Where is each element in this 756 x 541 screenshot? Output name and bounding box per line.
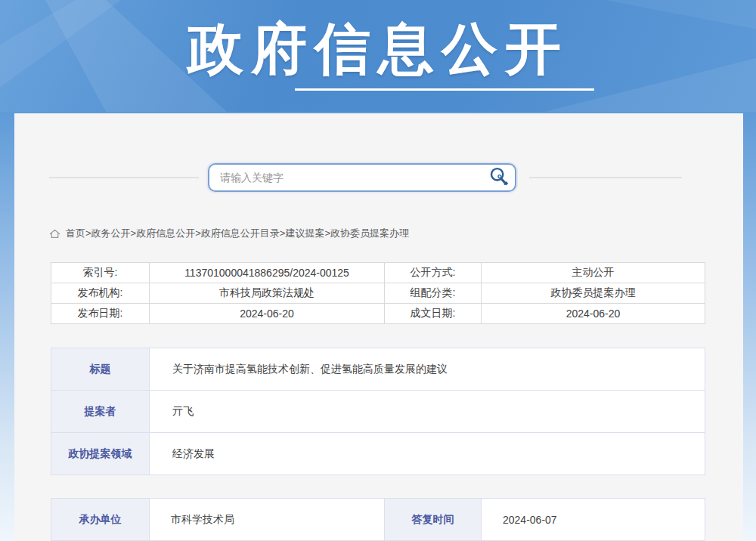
publish-date-label: 发布日期: — [51, 304, 150, 324]
home-icon[interactable] — [49, 228, 60, 240]
breadcrumb-separator: > — [85, 227, 91, 240]
reply-info-table: 承办单位 市科学技术局 答复时间 2024-06-07 — [51, 498, 705, 541]
title-underline — [295, 88, 594, 91]
breadcrumb-item-info-disclosure[interactable]: 政府信息公开 — [136, 227, 195, 240]
document-meta-table: 索引号: 113701000041886295/2024-00125 公开方式:… — [51, 262, 705, 324]
page-title: 政府信息公开 — [0, 12, 756, 88]
breadcrumb-item-directory[interactable]: 政府信息公开目录 — [201, 227, 280, 240]
breadcrumb-item-home[interactable]: 首页 — [66, 227, 85, 240]
breadcrumb-separator: > — [195, 227, 201, 240]
written-date-value: 2024-06-20 — [482, 304, 705, 324]
proposal-field-label: 政协提案领域 — [51, 433, 150, 475]
reply-time-value: 2024-06-07 — [482, 499, 705, 541]
table-row: 索引号: 113701000041886295/2024-00125 公开方式:… — [51, 263, 705, 283]
disclosure-method-value: 主动公开 — [482, 263, 705, 283]
table-row: 承办单位 市科学技术局 答复时间 2024-06-07 — [51, 499, 705, 541]
written-date-label: 成文日期: — [385, 304, 482, 324]
reply-time-label: 答复时间 — [385, 499, 482, 541]
handling-unit-label: 承办单位 — [51, 499, 150, 541]
breadcrumb-item-zhengwu[interactable]: 政务公开 — [91, 227, 131, 240]
publish-date-value: 2024-06-20 — [150, 304, 385, 324]
title-label: 标题 — [51, 348, 150, 391]
disclosure-method-label: 公开方式: — [385, 263, 482, 283]
breadcrumb: 首页 > 政务公开 > 政府信息公开 > 政府信息公开目录 > 建议提案 > 政… — [49, 227, 409, 240]
table-row: 发布机构: 市科技局政策法规处 组配分类: 政协委员提案办理 — [51, 283, 705, 304]
proposer-value: 亓飞 — [150, 391, 705, 433]
breadcrumb-item-current: 政协委员提案办理 — [330, 227, 409, 240]
proposal-field-value: 经济发展 — [150, 433, 705, 475]
content-panel: 首页 > 政务公开 > 政府信息公开 > 政府信息公开目录 > 建议提案 > 政… — [14, 113, 743, 541]
breadcrumb-separator: > — [131, 227, 137, 240]
search-box — [208, 163, 516, 192]
search-icon — [488, 166, 510, 189]
search-input[interactable] — [209, 165, 483, 190]
table-row: 标题 关于济南市提高氢能技术创新、促进氢能高质量发展的建议 — [51, 348, 705, 391]
proposer-label: 提案者 — [51, 391, 150, 433]
index-number-label: 索引号: — [51, 263, 150, 283]
search-button[interactable] — [483, 165, 515, 190]
page-banner: 政府信息公开 — [0, 0, 756, 112]
search-section — [14, 163, 743, 193]
table-row: 发布日期: 2024-06-20 成文日期: 2024-06-20 — [51, 304, 705, 324]
breadcrumb-separator: > — [324, 227, 330, 240]
issuing-agency-label: 发布机构: — [51, 283, 150, 304]
index-number-value: 113701000041886295/2024-00125 — [150, 263, 385, 283]
divider-line-left — [49, 177, 199, 178]
table-row: 政协提案领域 经济发展 — [51, 433, 705, 475]
issuing-agency-value: 市科技局政策法规处 — [150, 283, 385, 304]
title-value: 关于济南市提高氢能技术创新、促进氢能高质量发展的建议 — [150, 348, 705, 391]
handling-unit-value: 市科学技术局 — [150, 499, 385, 541]
page: 政府信息公开 — [0, 0, 756, 541]
proposal-detail-table: 标题 关于济南市提高氢能技术创新、促进氢能高质量发展的建议 提案者 亓飞 政协提… — [51, 348, 705, 475]
divider-line-right — [529, 177, 682, 178]
table-row: 提案者 亓飞 — [51, 391, 705, 433]
category-label: 组配分类: — [385, 283, 482, 304]
category-value: 政协委员提案办理 — [482, 283, 705, 304]
breadcrumb-item-proposals[interactable]: 建议提案 — [285, 227, 324, 240]
